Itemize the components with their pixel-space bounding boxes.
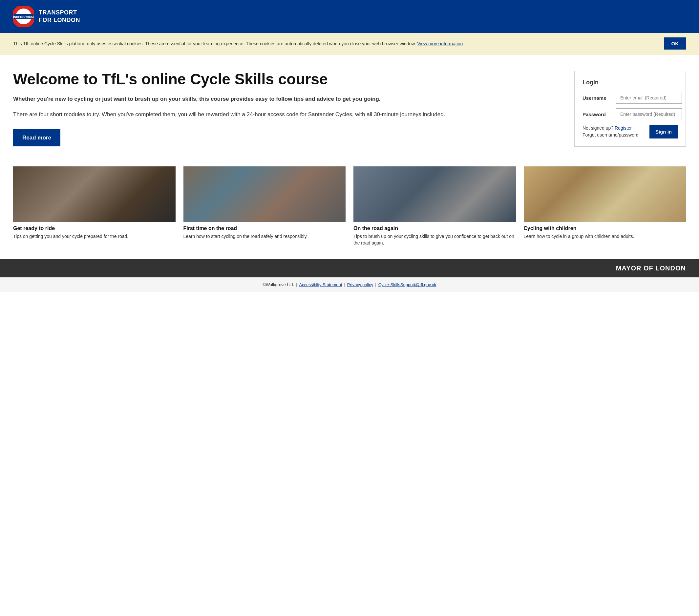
tfl-roundel-icon: UNDERGROUND xyxy=(13,6,34,27)
read-more-button[interactable]: Read more xyxy=(13,129,61,146)
login-footer-text: Not signed up? Register Forgot username/… xyxy=(582,125,638,139)
tfl-name: TRANSPORT FOR LONDON xyxy=(39,9,80,24)
module-image-1 xyxy=(183,166,346,222)
modules-section: Get ready to rideTips on getting you and… xyxy=(0,160,699,259)
accessibility-link[interactable]: Accessiblity Statement xyxy=(299,282,342,287)
hero-subtitle: Whether you're new to cycling or just wa… xyxy=(13,95,561,103)
sign-in-button[interactable]: Sign in xyxy=(649,125,678,139)
modules-grid: Get ready to rideTips on getting you and… xyxy=(13,166,686,246)
cyclist-icon-2 xyxy=(354,166,516,222)
cookie-more-link[interactable]: View more information xyxy=(417,41,463,46)
footer-light: ©Walkgrove Ltd. | Accessiblity Statement… xyxy=(0,277,699,292)
svg-text:UNDERGROUND: UNDERGROUND xyxy=(13,15,34,19)
username-row: Username xyxy=(582,92,678,104)
module-desc-1: Learn how to start cycling on the road s… xyxy=(183,233,346,240)
cyclist-icon-3 xyxy=(524,166,686,222)
module-title-1: First time on the road xyxy=(183,225,346,231)
module-desc-0: Tips on getting you and your cycle prepa… xyxy=(13,233,175,240)
mayor-label: MAYOR OF LONDON xyxy=(616,264,686,272)
cyclist-icon-1 xyxy=(183,166,346,222)
footer-dark: MAYOR OF LONDON xyxy=(0,259,699,277)
username-label: Username xyxy=(582,95,612,101)
site-header: UNDERGROUND TRANSPORT FOR LONDON xyxy=(0,0,699,33)
module-title-3: Cycling with children xyxy=(524,225,686,231)
module-image-0 xyxy=(13,166,175,222)
username-input[interactable] xyxy=(616,92,682,104)
password-input[interactable] xyxy=(616,108,682,120)
module-image-3 xyxy=(524,166,686,222)
copyright: ©Walkgrove Ltd. xyxy=(263,282,294,287)
cookie-ok-button[interactable]: OK xyxy=(664,37,686,50)
module-card-3[interactable]: Cycling with childrenLearn how to cycle … xyxy=(524,166,686,246)
module-card-0[interactable]: Get ready to rideTips on getting you and… xyxy=(13,166,175,246)
support-link[interactable]: Cycle-SkillsSupport@tfl.gov.uk xyxy=(378,282,436,287)
cookie-message: This TfL online Cycle Skills platform on… xyxy=(13,41,658,46)
password-label: Password xyxy=(582,112,612,117)
cookie-banner: This TfL online Cycle Skills platform on… xyxy=(0,33,699,54)
register-link[interactable]: Register xyxy=(615,126,632,131)
module-desc-3: Learn how to cycle in a group with child… xyxy=(524,233,686,240)
hero-section: Welcome to TfL's online Cycle Skills cou… xyxy=(13,71,561,146)
login-box: Login Username Password Not signed up? R… xyxy=(574,71,686,147)
password-row: Password xyxy=(582,108,678,120)
privacy-link[interactable]: Privacy policy xyxy=(347,282,373,287)
module-title-0: Get ready to ride xyxy=(13,225,175,231)
module-title-2: On the road again xyxy=(354,225,516,231)
main-content: Welcome to TfL's online Cycle Skills cou… xyxy=(13,54,686,160)
hero-title: Welcome to TfL's online Cycle Skills cou… xyxy=(13,71,561,88)
module-image-2 xyxy=(354,166,516,222)
login-title: Login xyxy=(582,79,678,86)
hero-description: There are four short modules to try. Whe… xyxy=(13,110,561,119)
module-desc-2: Tips to brush up on your cycling skills … xyxy=(354,233,516,246)
cyclist-icon-0 xyxy=(13,166,175,222)
tfl-logo: UNDERGROUND TRANSPORT FOR LONDON xyxy=(13,6,80,27)
login-footer: Not signed up? Register Forgot username/… xyxy=(582,125,678,139)
module-card-1[interactable]: First time on the roadLearn how to start… xyxy=(183,166,346,246)
module-card-2[interactable]: On the road againTips to brush up on you… xyxy=(354,166,516,246)
